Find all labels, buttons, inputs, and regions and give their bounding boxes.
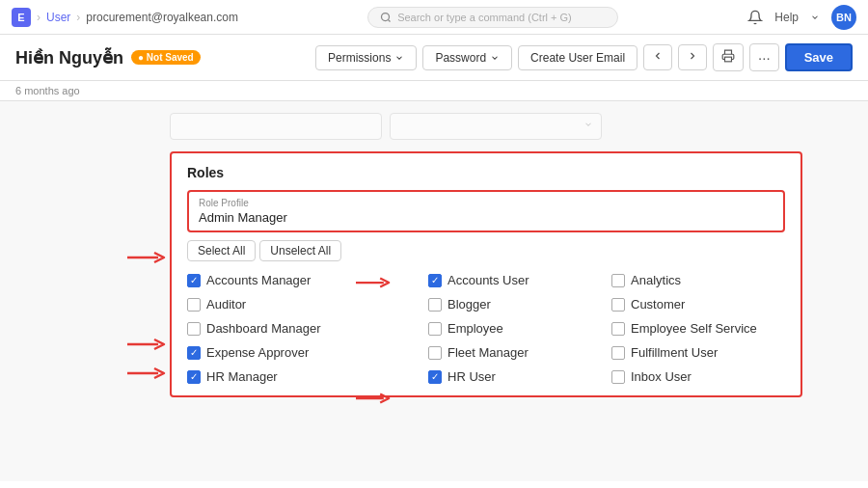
search-bar[interactable]: Search or type a command (Ctrl + G) [367, 7, 618, 28]
list-item: Inbox User [611, 369, 785, 384]
role-profile-label: Role Profile [199, 198, 773, 208]
role-profile-group: Role Profile [187, 190, 785, 232]
toolbar: Hiền Nguyễn ● Not Saved Permissions Pass… [0, 35, 868, 81]
not-saved-badge: ● Not Saved [131, 50, 201, 65]
checkbox-blogger[interactable] [428, 298, 442, 312]
list-item: Blogger [428, 297, 602, 312]
list-item: ✓ HR Manager [187, 369, 399, 384]
checkbox-col-3: Analytics Customer Employee Self Service… [602, 273, 785, 384]
checkbox-employee[interactable] [428, 322, 442, 336]
roles-section: Roles Role Profile Select All Unselect A… [170, 151, 802, 397]
svg-point-0 [382, 13, 390, 20]
list-item: Fulfillment User [611, 345, 785, 360]
checkbox-col-2: ✓ Accounts User Blogger Employee Fleet M… [399, 273, 602, 384]
print-button[interactable] [713, 43, 744, 71]
checkbox-expense-approver[interactable]: ✓ [187, 346, 201, 360]
svg-rect-2 [725, 57, 732, 62]
checkbox-accounts-manager[interactable]: ✓ [187, 274, 201, 287]
checkbox-hr-user[interactable]: ✓ [428, 370, 442, 384]
print-icon [721, 49, 735, 63]
role-profile-input[interactable] [199, 210, 773, 225]
arrow-column [93, 151, 170, 383]
permissions-button[interactable]: Permissions [315, 45, 417, 70]
list-item: Employee [428, 321, 602, 336]
select-row: Select All Unselect All [187, 240, 785, 261]
chevron-left-icon [652, 50, 664, 62]
password-button[interactable]: Password [422, 45, 512, 70]
prev-button[interactable] [643, 44, 672, 70]
checkbox-customer[interactable] [611, 298, 625, 312]
permissions-chevron-icon [394, 53, 404, 63]
page-title: Hiền Nguyễn [15, 47, 123, 68]
checkbox-auditor[interactable] [187, 298, 201, 312]
dropdown-icon [583, 120, 593, 129]
unselect-all-button[interactable]: Unselect All [259, 240, 341, 261]
app-icon[interactable]: E [12, 8, 31, 27]
svg-line-1 [388, 19, 390, 21]
chevron-right-icon [687, 50, 698, 62]
list-item: Fleet Manager [428, 345, 602, 360]
list-item: Customer [611, 297, 785, 312]
list-item: Analytics [611, 273, 785, 287]
avatar[interactable]: BN [831, 5, 856, 30]
search-placeholder: Search or type a command (Ctrl + G) [397, 12, 572, 23]
arrow-hr-user [356, 391, 391, 406]
search-icon [380, 12, 392, 23]
checkbox-fleet-manager[interactable] [428, 346, 442, 360]
top-nav: E › User › procurement@royalkean.com Sea… [0, 0, 868, 35]
checkbox-hr-manager[interactable]: ✓ [187, 370, 201, 384]
next-button[interactable] [678, 44, 707, 70]
breadcrumb-email: procurement@royalkean.com [86, 11, 238, 24]
notification-icon[interactable] [747, 10, 763, 25]
arrow-accounts-manager [127, 250, 166, 265]
save-button[interactable]: Save [785, 43, 853, 71]
checkbox-accounts-user[interactable]: ✓ [428, 274, 442, 287]
timestamp: 6 months ago [15, 85, 80, 96]
more-options-button[interactable]: ··· [749, 43, 779, 71]
password-chevron-icon [490, 53, 500, 63]
nav-actions: Help BN [747, 5, 856, 30]
create-user-email-button[interactable]: Create User Email [518, 45, 637, 70]
checkbox-analytics[interactable] [611, 274, 625, 287]
checkbox-inbox-user[interactable] [611, 370, 625, 384]
content-area: Roles Role Profile Select All Unselect A… [0, 101, 868, 481]
checkbox-fulfillment-user[interactable] [611, 346, 625, 360]
arrow-hr-manager [127, 366, 166, 381]
list-item: Employee Self Service [611, 321, 785, 336]
help-chevron-icon [810, 13, 820, 22]
sub-header: 6 months ago [0, 81, 868, 101]
checkbox-employee-self-service[interactable] [611, 322, 625, 336]
checkbox-col-1: ✓ Accounts Manager Auditor Dashboard Man… [187, 273, 399, 384]
list-item: ✓ Accounts Manager [187, 273, 399, 287]
list-item: ✓ HR User [428, 369, 602, 384]
checkbox-dashboard-manager[interactable] [187, 322, 201, 336]
breadcrumb: E › User › procurement@royalkean.com [12, 8, 238, 27]
breadcrumb-user[interactable]: User [46, 11, 70, 24]
list-item: Auditor [187, 297, 399, 312]
list-item: Dashboard Manager [187, 321, 399, 336]
roles-title: Roles [187, 165, 785, 180]
help-label[interactable]: Help [774, 11, 799, 24]
list-item: ✓ Expense Approver [187, 345, 399, 360]
list-item: ✓ Accounts User [428, 273, 602, 287]
arrow-expense-approver [127, 337, 166, 352]
select-all-button[interactable]: Select All [187, 240, 256, 261]
